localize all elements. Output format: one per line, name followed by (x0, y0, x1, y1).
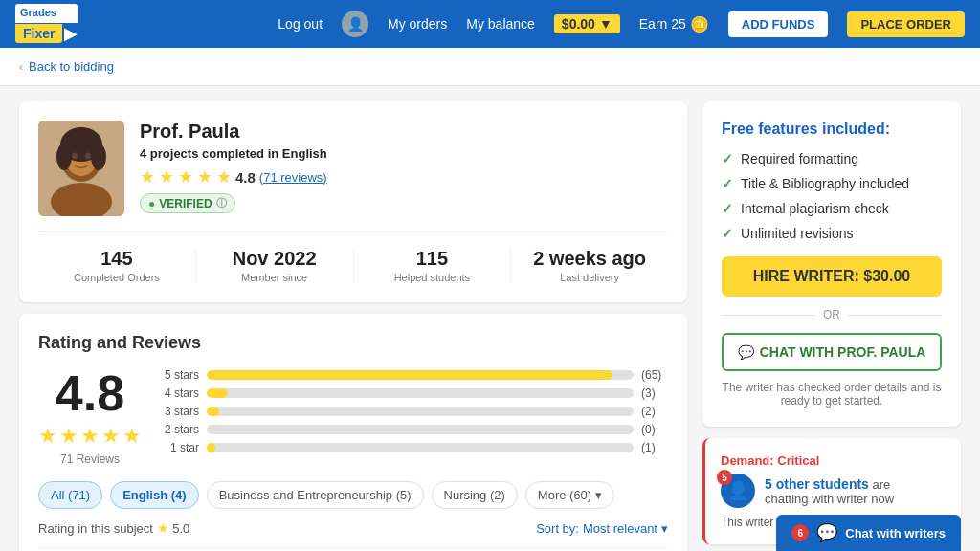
rating-subject-label: Rating in this subject (38, 521, 153, 536)
stat-label-member: Member since (196, 272, 353, 283)
place-order-button[interactable]: PLACE ORDER (847, 11, 965, 37)
bar-track-5 (207, 370, 634, 380)
stat-num-students: 115 (354, 248, 511, 270)
feature-label-3: Internal plagiarism check (741, 201, 889, 216)
logout-link[interactable]: Log out (278, 16, 323, 32)
bar-label-5: 5 stars (161, 368, 199, 382)
profile-projects: 4 projects completed in English (140, 146, 327, 161)
stat-helped-students: 115 Helped students (353, 248, 511, 283)
coin-icon: 🪙 (690, 15, 709, 33)
or-divider: OR (722, 308, 942, 321)
left-column: Prof. Paula 4 projects completed in Engl… (19, 101, 687, 551)
reviews-link[interactable]: (71 reviews) (259, 170, 327, 185)
bar-count-3: (2) (641, 405, 668, 418)
demand-status: Critical (777, 453, 819, 468)
earn-btn[interactable]: Earn 25 🪙 (639, 15, 709, 33)
chevron-down-icon: ▾ (595, 488, 602, 502)
feature-label-2: Title & Bibliography included (741, 176, 909, 191)
rating-subject-info: Rating in this subject ★ 5.0 (38, 520, 189, 536)
filter-tab-business[interactable]: Business and Entrepreneurship (5) (207, 481, 424, 509)
add-funds-button[interactable]: ADD FUNDS (728, 11, 829, 37)
writer-name: Prof. Paula (140, 121, 327, 143)
filter-tab-english[interactable]: English (4) (110, 481, 198, 509)
logo: Grades Fixer ▶ (15, 4, 78, 43)
earn-label: Earn 25 (639, 16, 686, 32)
free-features-title: Free features included: (722, 121, 942, 138)
check-icon-3: ✓ (722, 201, 733, 216)
header-nav: Log out 👤 My orders My balance $0.00 ▼ E… (278, 11, 965, 37)
star-4: ★ (197, 166, 212, 187)
bar-label-2: 2 stars (161, 423, 199, 436)
hire-writer-button[interactable]: HIRE WRITER: $30.00 (722, 256, 942, 297)
chat-btn-label: CHAT WITH PROF. PAULA (760, 344, 926, 360)
bar-label-3: 3 stars (161, 405, 199, 418)
chat-note: The writer has checked order details and… (722, 381, 942, 408)
logo-grades: Grades (15, 4, 78, 22)
header: Grades Fixer ▶ Log out 👤 My orders My ba… (0, 0, 980, 48)
demand-badge: 5 (717, 470, 732, 485)
sort-value: Most relevant (583, 521, 657, 536)
avatar[interactable]: 👤 (342, 11, 368, 37)
stat-label-students: Helped students (354, 272, 511, 283)
feature-revisions: ✓ Unlimited revisions (722, 226, 942, 241)
balance-dropdown-icon[interactable]: ▼ (599, 16, 612, 32)
svg-point-8 (85, 153, 91, 160)
reviews-title: Rating and Reviews (38, 333, 668, 353)
demand-avatar-icon: 👤 (727, 480, 748, 501)
bar-row-1: 1 star (1) (161, 441, 668, 454)
check-icon-1: ✓ (722, 151, 733, 166)
profile-image (38, 121, 124, 216)
filter-tab-all[interactable]: All (71) (38, 481, 102, 509)
bar-track-3 (207, 407, 634, 416)
chat-float-button[interactable]: 6 💬 Chat with writers (776, 515, 961, 551)
filter-tab-more[interactable]: More (60) ▾ (525, 481, 614, 509)
stat-last-delivery: 2 weeks ago Last delivery (510, 248, 668, 283)
feature-label-4: Unlimited revisions (741, 226, 853, 241)
main-content: Prof. Paula 4 projects completed in Engl… (0, 86, 980, 551)
logo-fixer: Fixer (15, 24, 62, 43)
big-star-4: ★ (101, 424, 121, 449)
profile-card: Prof. Paula 4 projects completed in Engl… (19, 101, 687, 302)
star-3: ★ (178, 166, 193, 187)
bar-fill-1 (207, 443, 215, 452)
breadcrumb-arrow-icon: ‹ (19, 60, 23, 74)
stat-num-member: Nov 2022 (196, 248, 353, 270)
big-rating: 4.8 ★ ★ ★ ★ ★ 71 Reviews (38, 368, 142, 466)
bar-row-3: 3 stars (2) (161, 405, 668, 418)
stat-num-delivery: 2 weeks ago (511, 248, 668, 270)
back-to-bidding-link[interactable]: Back to bidding (29, 59, 114, 74)
reviews-card: Rating and Reviews 4.8 ★ ★ ★ ★ ★ 71 Revi… (19, 314, 687, 551)
big-star-5: ★ (122, 424, 142, 449)
filter-tabs: All (71) English (4) Business and Entrep… (38, 481, 668, 509)
balance-value: $0.00 (562, 16, 595, 32)
sort-button[interactable]: Sort by: Most relevant ▾ (536, 521, 668, 536)
bar-track-4 (207, 388, 634, 398)
bar-fill-3 (207, 407, 219, 416)
verified-label: VERIFIED (159, 197, 212, 210)
big-star-2: ★ (59, 424, 78, 449)
chat-float-badge: 6 (791, 524, 809, 541)
stat-label-delivery: Last delivery (511, 272, 668, 283)
feature-plagiarism: ✓ Internal plagiarism check (722, 201, 942, 216)
demand-text: 5 other students arechatting with writer… (765, 476, 894, 506)
bar-count-5: (65) (641, 368, 668, 382)
big-star-1: ★ (38, 424, 57, 449)
chat-with-writer-button[interactable]: 💬 CHAT WITH PROF. PAULA (722, 333, 942, 371)
chat-message-icon: 💬 (738, 344, 754, 360)
verified-badge: ● VERIFIED ⓘ (140, 193, 235, 213)
demand-avatar-wrap: 👤 5 (721, 474, 755, 508)
rating-subject-row: Rating in this subject ★ 5.0 Sort by: Mo… (38, 520, 668, 536)
sort-chevron-icon: ▾ (661, 521, 668, 536)
free-features-card: Free features included: ✓ Required forma… (702, 101, 961, 427)
filter-tab-nursing[interactable]: Nursing (2) (432, 481, 518, 509)
bar-track-2 (207, 425, 634, 434)
feature-label-1: Required formatting (741, 151, 858, 166)
profile-stats: 145 Completed Orders Nov 2022 Member sin… (38, 231, 668, 283)
my-orders-link[interactable]: My orders (388, 16, 447, 32)
star-1: ★ (140, 166, 155, 187)
sort-label: Sort by: (536, 521, 579, 536)
bar-label-4: 4 stars (161, 386, 199, 400)
bar-count-2: (0) (641, 423, 668, 436)
right-column: Free features included: ✓ Required forma… (702, 101, 961, 551)
projects-count: 4 projects completed in (140, 146, 278, 161)
